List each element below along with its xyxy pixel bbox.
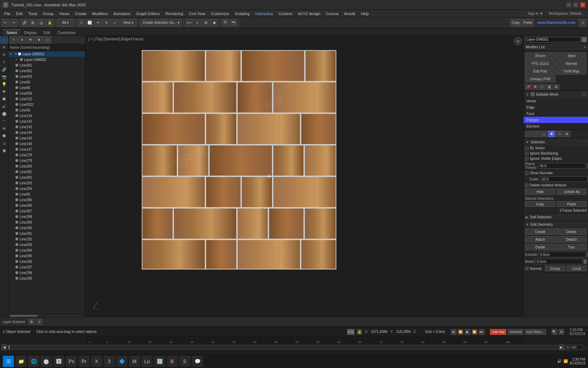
rotate-button[interactable]: ↻	[103, 19, 110, 27]
layer-scrollbar[interactable]	[8, 314, 85, 317]
extrude-up-arrow[interactable]: ▲	[587, 252, 588, 254]
taskbar-calc[interactable]: 🔢	[154, 356, 165, 367]
delete-button[interactable]: Delete	[556, 229, 587, 235]
list-item[interactable]: Line284	[8, 186, 85, 191]
taskbar-excel[interactable]: X	[91, 356, 102, 367]
list-item[interactable]: Line144	[8, 130, 85, 135]
signin-button[interactable]: Sign In ▼	[525, 12, 546, 15]
menu-content[interactable]: Content	[276, 11, 295, 16]
em-options-icon[interactable]	[582, 93, 586, 96]
list-item[interactable]: Line288	[8, 214, 85, 219]
tab-edit[interactable]: Edit	[40, 29, 54, 35]
key-filters-button[interactable]: Key Filters...	[525, 329, 546, 335]
tl-back-button[interactable]: ◀	[1, 345, 7, 350]
xform-button[interactable]: XForm	[525, 52, 555, 59]
turn-button[interactable]: Turn	[556, 244, 587, 250]
list-item[interactable]: Line293	[8, 242, 85, 247]
layer-hide-button[interactable]: 👁	[27, 36, 34, 44]
divide-button[interactable]: Divide	[525, 244, 555, 250]
menu-tools[interactable]: Tools	[26, 11, 40, 16]
extrude-input[interactable]	[539, 252, 586, 257]
menu-rendering[interactable]: Rendering	[163, 11, 186, 16]
modifier-list-options[interactable]: ▾	[584, 46, 586, 49]
face-mode-icon[interactable]: △	[540, 131, 547, 137]
soft-selection-header[interactable]: ▶ Soft Selection	[524, 213, 588, 220]
play-end-button[interactable]: ⏭	[479, 329, 484, 335]
list-item[interactable]: Line286	[8, 203, 85, 208]
layer-scrollbar-thumb[interactable]	[10, 315, 38, 317]
list-item[interactable]: Line282	[8, 175, 85, 180]
unmap-uvw-button[interactable]: Unmap UVW	[525, 75, 555, 82]
tab-customize[interactable]: Customize	[54, 29, 79, 35]
by-vertex-checkbox[interactable]	[525, 146, 528, 150]
menu-graph-editors[interactable]: Graph Editors	[133, 11, 163, 16]
mirror-button[interactable]: ⟺	[185, 19, 193, 27]
tool-smooth[interactable]: ⬤	[1, 110, 8, 117]
list-item[interactable]: Line009	[8, 90, 85, 96]
list-item[interactable]: Line08	[8, 85, 85, 90]
list-item[interactable]: Line0321	[8, 102, 85, 107]
list-item[interactable]: Line278	[8, 152, 85, 158]
taskbar-pr[interactable]: Pr	[78, 356, 90, 367]
taskbar-app3[interactable]: B	[167, 356, 178, 367]
coord-mode-button[interactable]: XYZ	[347, 329, 354, 335]
hide-button[interactable]: Hide	[525, 189, 555, 195]
em-face[interactable]: Face	[524, 110, 588, 117]
link-button[interactable]: 🔗	[21, 19, 28, 27]
list-item[interactable]: Line134	[8, 113, 85, 118]
show-result-icon[interactable]: ⬡	[539, 84, 545, 90]
layer-list[interactable]: ● ▼ Layer-DIM001 ● Layer-DIM002 Line001	[8, 51, 85, 314]
list-item[interactable]: Line295	[8, 253, 85, 259]
list-item[interactable]: Line299	[8, 275, 85, 281]
list-item[interactable]: Line003	[8, 74, 85, 79]
ignore-backfacing-checkbox[interactable]	[525, 152, 528, 155]
list-item[interactable]: Line06	[8, 79, 85, 85]
vertex-mode-icon[interactable]: ·	[525, 131, 532, 137]
menu-corona[interactable]: Corona	[323, 11, 341, 16]
ignore-visible-edges-checkbox[interactable]	[525, 157, 528, 161]
configure-icon[interactable]: ⚙	[553, 84, 559, 90]
move-button[interactable]: ✛	[94, 19, 102, 27]
layer-name-input[interactable]	[525, 37, 580, 42]
next-frame-button[interactable]: ⏩	[472, 329, 477, 335]
list-item[interactable]: Line291	[8, 231, 85, 236]
tool-helper[interactable]: ✚	[1, 88, 8, 95]
local-button[interactable]: Local	[567, 266, 587, 271]
align-button[interactable]: ≡	[194, 19, 201, 27]
attach-button[interactable]: Attach	[525, 236, 555, 243]
play-button[interactable]: ▶	[465, 329, 470, 335]
maximize-button[interactable]: □	[573, 2, 578, 7]
taskbar-ps[interactable]: Ps	[66, 356, 77, 367]
uvw-map-button[interactable]: UVW Map	[556, 68, 587, 75]
tool-shape[interactable]: ⬟	[1, 95, 8, 102]
taskbar-lu[interactable]: Lu	[141, 356, 153, 367]
menu-customize[interactable]: Customize	[208, 11, 232, 16]
taskbar-app4[interactable]: S	[179, 356, 190, 367]
tool-scale[interactable]: ⤢	[1, 59, 8, 66]
unhide-all-button[interactable]: Unhide All	[556, 189, 587, 195]
ffd2x2x2-button[interactable]: FFD 2x2x2	[525, 60, 555, 67]
scale-button[interactable]: ⤢	[111, 19, 119, 27]
list-item[interactable]: Line002	[8, 68, 85, 74]
settings-button[interactable]: ⚙	[559, 329, 564, 335]
prev-frame-button[interactable]: ⏪	[458, 329, 463, 335]
ignore-backfacing-check[interactable]: Ignore Backfacing	[524, 151, 588, 156]
em-edge[interactable]: Edge	[524, 104, 588, 110]
snap-button[interactable]: ◉	[210, 19, 218, 27]
list-item[interactable]: Line56	[8, 107, 85, 113]
coord-dropdown[interactable]: View ▾	[119, 19, 137, 27]
taskbar-3ds[interactable]: 3	[104, 356, 115, 367]
list-item[interactable]: ● Layer-DIM002	[8, 57, 85, 62]
menu-help[interactable]: Help	[358, 11, 372, 16]
edge-mode-icon[interactable]: ⁻	[533, 131, 540, 137]
list-item[interactable]: Line001	[8, 62, 85, 68]
le-icon1[interactable]: ⊞	[28, 319, 35, 325]
named-sel-paste-btn[interactable]: Paste	[556, 201, 587, 207]
edit-geometry-header[interactable]: ▼ Edit Geometry	[524, 221, 588, 228]
tool-spline[interactable]: 〰	[1, 117, 8, 124]
taskbar-app1[interactable]: 🅰	[53, 356, 64, 367]
tool-rotate[interactable]: ↻	[1, 51, 8, 58]
tool-unwrap[interactable]: ▣	[1, 147, 8, 154]
delete-isolated-check[interactable]: Delete Isolated Vertices	[524, 183, 588, 188]
tool-bool[interactable]: ⊕	[1, 125, 8, 132]
